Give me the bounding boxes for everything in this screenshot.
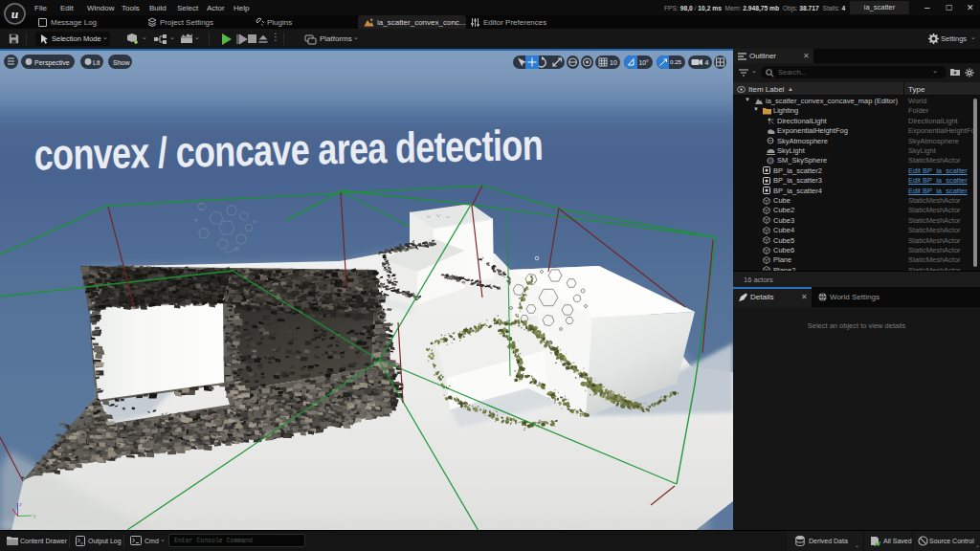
svg-text:10°: 10°	[639, 59, 650, 66]
svg-text:4: 4	[705, 59, 709, 66]
svg-text:Perspective: Perspective	[34, 59, 70, 67]
svg-text:Y: Y	[33, 514, 36, 519]
svg-text:Lit: Lit	[93, 59, 100, 66]
svg-text:u: u	[11, 7, 19, 21]
svg-text:0.25: 0.25	[670, 58, 682, 65]
svg-text:10: 10	[610, 59, 617, 66]
svg-text:z: z	[19, 501, 22, 507]
svg-text:Show: Show	[113, 59, 130, 66]
svg-text:convex / concave area detectio: convex / concave area detection	[33, 121, 544, 179]
